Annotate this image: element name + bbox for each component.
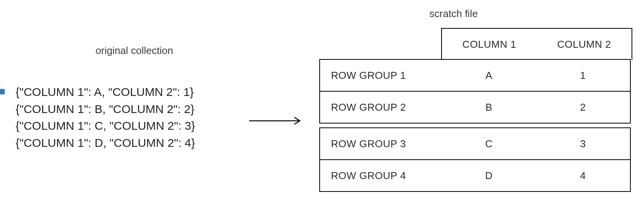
column-header: COLUMN 1 [442, 38, 537, 50]
table-row: ROW GROUP 1 A 1 [320, 60, 630, 91]
cell: 4 [536, 170, 630, 182]
cell: D [442, 170, 536, 182]
column-header: COLUMN 2 [537, 38, 632, 50]
arrow-right-icon [249, 115, 304, 127]
row-label: ROW GROUP 4 [320, 170, 442, 182]
table-row: ROW GROUP 3 C 3 [320, 128, 630, 159]
diagram-canvas: original collection {"COLUMN 1": A, "COL… [0, 0, 644, 202]
row-label: ROW GROUP 2 [320, 101, 442, 113]
cell: B [442, 101, 536, 113]
json-record: {"COLUMN 1": A, "COLUMN 2": 1} [16, 84, 195, 101]
json-record: {"COLUMN 1": C, "COLUMN 2": 3} [16, 117, 195, 134]
row-group-block: ROW GROUP 1 A 1 ROW GROUP 2 B 2 [319, 59, 631, 124]
cell: A [442, 70, 536, 82]
cell: 2 [536, 101, 630, 113]
json-record: {"COLUMN 1": B, "COLUMN 2": 2} [16, 101, 195, 118]
row-label: ROW GROUP 1 [320, 70, 442, 82]
cell: 1 [536, 70, 630, 82]
row-group-blocks: ROW GROUP 1 A 1 ROW GROUP 2 B 2 ROW GROU… [319, 59, 631, 192]
cell: C [442, 138, 536, 150]
json-records: {"COLUMN 1": A, "COLUMN 2": 1} {"COLUMN … [16, 84, 195, 151]
table-row: ROW GROUP 4 D 4 [320, 159, 630, 191]
table-row: ROW GROUP 2 B 2 [320, 91, 630, 123]
right-title: scratch file [405, 8, 502, 20]
row-group-block: ROW GROUP 3 C 3 ROW GROUP 4 D 4 [319, 127, 631, 192]
selection-marker [0, 89, 5, 94]
cell: 3 [536, 138, 630, 150]
json-record: {"COLUMN 1": D, "COLUMN 2": 4} [16, 134, 195, 152]
row-label: ROW GROUP 3 [320, 138, 442, 150]
left-title: original collection [47, 45, 222, 57]
column-header-row: COLUMN 1 COLUMN 2 [441, 28, 632, 60]
